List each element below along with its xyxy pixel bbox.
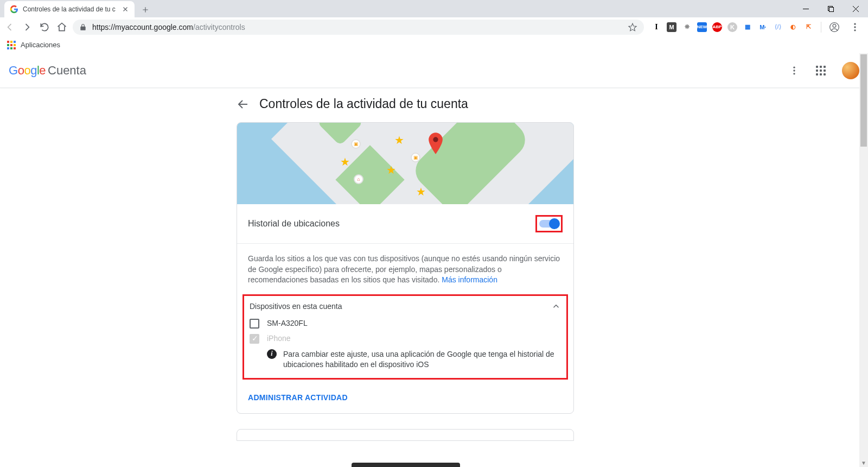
device-name: SM-A320FL — [267, 319, 308, 327]
device-row: iPhone — [250, 334, 561, 344]
svg-point-17 — [793, 70, 795, 71]
ext-icon[interactable]: ◐ — [788, 22, 798, 32]
svg-point-6 — [854, 29, 856, 31]
ext-icon[interactable]: K — [727, 22, 737, 32]
ext-icon[interactable]: ⟨/⟩ — [773, 22, 783, 32]
manage-activity-link[interactable]: ADMINISTRAR ACTIVIDAD — [248, 393, 348, 402]
more-info-link[interactable]: Más información — [442, 275, 497, 284]
svg-rect-8 — [10, 41, 12, 43]
address-bar[interactable]: https://myaccount.google.com/activitycon… — [73, 20, 644, 35]
svg-point-4 — [854, 23, 856, 24]
chrome-menu-icon[interactable] — [850, 22, 860, 33]
extension-icons: I M ❋ NEW ABP K ▦ M• ⟨/⟩ ◐ ⇱ — [648, 22, 864, 33]
plus-icon — [142, 6, 149, 14]
reload-icon[interactable] — [39, 22, 50, 33]
window-controls — [793, 0, 868, 17]
ext-icon[interactable]: ❋ — [682, 22, 692, 32]
scroll-down-icon[interactable]: ▼ — [859, 458, 868, 467]
maximize-button[interactable] — [818, 0, 843, 17]
page-header: Google Cuenta — [0, 53, 868, 88]
device-checkbox[interactable] — [250, 319, 259, 329]
svg-rect-10 — [7, 44, 9, 46]
back-arrow-icon[interactable] — [237, 98, 250, 111]
ext-icon[interactable]: ▦ — [743, 22, 752, 32]
url-path: /activitycontrols — [193, 23, 245, 31]
card-hero-illustration: ★ ★ ★ ★ ▣ ⌂ ▣ — [237, 123, 573, 204]
card-title: Historial de ubicaciones — [248, 219, 340, 229]
logo-suffix: Cuenta — [48, 64, 86, 78]
new-tab-button[interactable] — [138, 2, 153, 17]
tab-title: Controles de la actividad de tu c — [23, 5, 118, 13]
profile-icon[interactable] — [829, 22, 840, 33]
svg-point-19 — [433, 137, 438, 142]
back-icon[interactable] — [4, 22, 15, 33]
ext-icon[interactable]: NEW — [697, 22, 707, 32]
scrollbar-thumb[interactable] — [860, 54, 867, 147]
apps-grid-icon[interactable] — [7, 40, 16, 50]
info-icon: i — [267, 349, 277, 359]
bottom-toast-peek — [352, 463, 460, 467]
lock-icon — [79, 23, 87, 31]
url-host: https://myaccount.google.com — [92, 23, 193, 31]
browser-tab-strip: Controles de la actividad de tu c — [0, 0, 868, 17]
svg-point-3 — [833, 24, 836, 27]
device-name: iPhone — [267, 334, 291, 343]
bookmarks-apps-label[interactable]: Aplicaciones — [21, 41, 60, 49]
device-info-note: i Para cambiar este ajuste, usa una apli… — [250, 349, 561, 370]
svg-rect-15 — [14, 47, 16, 49]
device-row: SM-A320FL — [250, 319, 561, 329]
browser-tab[interactable]: Controles de la actividad de tu c — [4, 1, 135, 17]
close-tab-icon[interactable] — [122, 5, 129, 13]
ext-icon[interactable]: M• — [758, 22, 768, 32]
map-pin-icon — [428, 132, 443, 154]
chevron-up-icon — [551, 301, 561, 311]
google-logo[interactable]: Google — [9, 64, 46, 78]
svg-rect-1 — [829, 7, 833, 11]
ext-abp-icon[interactable]: ABP — [712, 22, 722, 32]
svg-rect-9 — [14, 41, 16, 43]
devices-section: Dispositivos en esta cuenta SM-A320FL iP… — [242, 294, 568, 380]
svg-rect-7 — [7, 41, 9, 43]
page-title: Controles de la actividad de tu cuenta — [259, 97, 468, 111]
devices-header[interactable]: Dispositivos en esta cuenta — [250, 301, 561, 311]
bookmarks-bar: Aplicaciones — [0, 37, 868, 53]
content-area: Controles de la actividad de tu cuenta ★… — [0, 88, 859, 467]
manage-activity-row: ADMINISTRAR ACTIVIDAD — [237, 385, 573, 413]
svg-rect-11 — [10, 44, 12, 46]
ext-icon[interactable]: ⇱ — [803, 22, 813, 32]
bookmark-star-icon[interactable] — [628, 22, 637, 32]
svg-rect-14 — [10, 47, 12, 49]
google-apps-icon[interactable] — [816, 66, 826, 75]
header-more-icon[interactable] — [789, 65, 800, 76]
google-favicon-icon — [10, 5, 18, 14]
breadcrumb: Controles de la actividad de tu cuenta — [0, 88, 859, 122]
card-title-row: Historial de ubicaciones — [237, 204, 573, 244]
toggle-highlight — [535, 215, 563, 232]
location-history-card: ★ ★ ★ ★ ▣ ⌂ ▣ Historial de ubicaciones G… — [237, 122, 574, 414]
location-history-toggle[interactable] — [539, 220, 559, 228]
home-icon[interactable] — [56, 22, 67, 33]
device-checkbox-disabled — [250, 334, 259, 344]
next-card-peek — [237, 429, 574, 441]
ext-icon[interactable]: I — [652, 22, 661, 32]
ext-icon[interactable]: M — [667, 22, 676, 32]
minimize-button[interactable] — [793, 0, 818, 17]
forward-icon[interactable] — [22, 22, 33, 33]
svg-point-16 — [793, 66, 795, 68]
svg-point-18 — [793, 73, 795, 74]
svg-rect-13 — [7, 47, 9, 49]
browser-toolbar: https://myaccount.google.com/activitycon… — [0, 17, 868, 37]
svg-rect-12 — [14, 44, 16, 46]
svg-point-5 — [854, 26, 856, 28]
card-description: Guarda los sitios a los que vas con tus … — [237, 244, 573, 289]
account-avatar[interactable] — [842, 62, 859, 79]
close-window-button[interactable] — [843, 0, 868, 17]
